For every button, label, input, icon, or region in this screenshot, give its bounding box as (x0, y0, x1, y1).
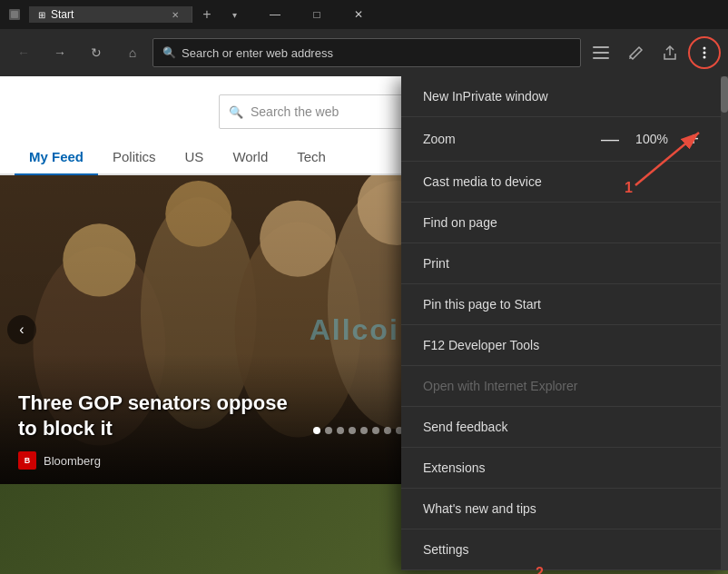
svg-point-6 (703, 52, 706, 54)
send-feedback-item[interactable]: Send feedback (401, 407, 728, 448)
hero-dot-1[interactable] (313, 427, 320, 434)
cast-media-item[interactable]: Cast media to device (401, 162, 728, 203)
tab-list-dropdown[interactable]: ▾ (221, 6, 247, 23)
hub-button[interactable] (585, 36, 617, 69)
tab-world[interactable]: World (218, 140, 282, 173)
new-inprivate-item[interactable]: New InPrivate window (401, 76, 728, 117)
devtools-item[interactable]: F12 Developer Tools (401, 325, 728, 366)
forward-button[interactable]: → (44, 36, 76, 69)
zoom-controls: — 100% + (597, 126, 706, 152)
svg-rect-4 (593, 57, 609, 59)
active-tab[interactable]: ⊞ Start ✕ (29, 6, 192, 23)
zoom-row: Zoom — 100% + (401, 117, 728, 162)
zoom-value: 100% (634, 132, 670, 146)
scrollbar-thumb[interactable] (721, 76, 728, 113)
tab-tech[interactable]: Tech (282, 140, 340, 173)
bloomberg-icon: B (18, 451, 36, 470)
print-item[interactable]: Print (401, 243, 728, 284)
minimize-button[interactable]: — (254, 0, 296, 29)
more-button[interactable] (688, 36, 721, 69)
search-input-placeholder: Search the web (251, 104, 339, 119)
svg-rect-1 (11, 11, 18, 18)
find-on-page-item[interactable]: Find on page (401, 203, 728, 243)
zoom-label: Zoom (423, 132, 597, 146)
nav-bar: ← → ↻ ⌂ 🔍 Search or enter web address (0, 29, 728, 76)
nav-actions (585, 36, 721, 69)
hero-dot-2[interactable] (325, 427, 332, 434)
extensions-item[interactable]: Extensions (401, 448, 728, 489)
home-button[interactable]: ⌂ (116, 36, 149, 69)
hero-dot-3[interactable] (337, 427, 344, 434)
new-tab-button[interactable]: + (192, 6, 221, 23)
title-bar: ⊞ Start ✕ + ▾ — □ ✕ (0, 0, 728, 29)
hero-dots (313, 427, 415, 434)
hero-dot-6[interactable] (372, 427, 379, 434)
tab-my-feed[interactable]: My Feed (15, 140, 98, 173)
svg-point-7 (703, 56, 706, 59)
back-button[interactable]: ← (7, 36, 40, 69)
open-ie-item: Open with Internet Explorer (401, 366, 728, 407)
hero-dot-7[interactable] (384, 427, 391, 434)
address-text: Search or enter web address (182, 46, 333, 60)
hero-source-name: Bloomberg (44, 454, 101, 468)
tab-area: ⊞ Start ✕ + ▾ (29, 6, 247, 23)
address-bar[interactable]: 🔍 Search or enter web address (152, 38, 581, 67)
share-button[interactable] (654, 36, 686, 69)
close-button[interactable]: ✕ (338, 0, 379, 29)
hero-dot-5[interactable] (360, 427, 368, 434)
hero-prev-button[interactable]: ‹ (7, 315, 36, 344)
title-bar-left: ⊞ Start ✕ + ▾ (0, 6, 254, 23)
svg-rect-2 (593, 46, 609, 48)
tab-title: Start (51, 8, 162, 21)
settings-item[interactable]: Settings (401, 529, 728, 570)
tab-us[interactable]: US (171, 140, 219, 173)
pin-to-start-item[interactable]: Pin this page to Start (401, 284, 728, 325)
zoom-minus-button[interactable]: — (597, 126, 623, 152)
maximize-button[interactable]: □ (296, 0, 338, 29)
search-box-icon: 🔍 (229, 105, 243, 119)
edge-logo-icon (7, 7, 22, 22)
tab-favicon: ⊞ (38, 10, 45, 20)
refresh-button[interactable]: ↻ (80, 36, 113, 69)
svg-point-5 (703, 47, 706, 50)
zoom-plus-button[interactable]: + (681, 126, 706, 152)
pen-button[interactable] (619, 36, 652, 69)
content-area: 🔍 Search the web My Feed Politics US Wor… (0, 76, 728, 574)
search-icon: 🔍 (162, 46, 176, 59)
window-controls: — □ ✕ (254, 0, 379, 29)
dropdown-menu: New InPrivate window Zoom — 100% + Cast … (401, 76, 728, 570)
tab-politics[interactable]: Politics (98, 140, 171, 173)
svg-rect-3 (593, 52, 609, 54)
hero-dot-4[interactable] (349, 427, 356, 434)
tab-close-button[interactable]: ✕ (168, 7, 182, 22)
whats-new-item[interactable]: What's new and tips (401, 489, 728, 529)
scrollbar-track (721, 76, 728, 570)
